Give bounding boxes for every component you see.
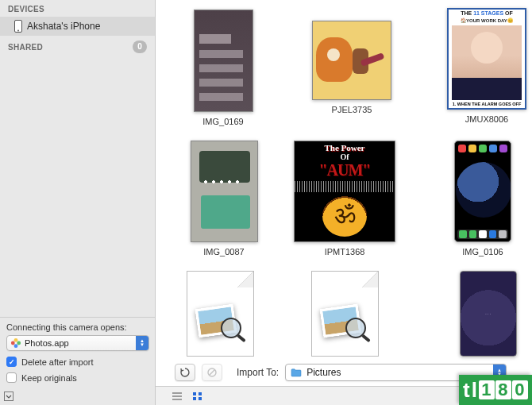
rotate-button[interactable] [175,364,195,381]
thumb-cell[interactable]: IMG_0106 [435,141,530,256]
svg-rect-15 [199,397,202,400]
thumb-cell[interactable]: · · · [444,271,532,357]
svg-point-1 [17,30,19,32]
thumb-cell[interactable]: IMG_0087 [176,141,272,256]
keep-originals-checkbox[interactable] [6,372,17,383]
svg-rect-13 [199,392,202,395]
svg-rect-12 [193,392,196,395]
delete-after-import-label: Delete after import [21,357,93,367]
thumbnail-label: IMG_0087 [203,247,244,256]
svg-point-5 [11,341,15,345]
thumbnail-label: IPMT1368 [325,247,365,256]
list-view-button[interactable] [170,390,184,403]
svg-rect-6 [5,392,13,401]
sidebar-shared-row[interactable]: SHARED 0 [0,36,155,56]
svg-point-4 [14,344,18,348]
thumbnail-placeholder[interactable] [187,271,254,357]
thumb-cell[interactable] [176,271,264,357]
rotate-ccw-icon [179,367,191,378]
keep-originals-row[interactable]: Keep originals [6,372,148,383]
thumb-cell[interactable]: The Power Of "AUM" IPMT1368 [297,141,392,256]
iphone-icon [14,20,22,33]
delete-button[interactable] [202,364,222,381]
svg-rect-14 [193,397,196,400]
svg-point-3 [17,341,21,345]
sidebar-device-item[interactable]: Akshata's iPhone [0,17,155,36]
thumbnail-label: IMG_0169 [202,117,243,126]
updown-arrows-icon: ▲▼ [136,336,148,350]
sidebar-bottom-panel: Connecting this camera opens: Photos.app… [0,317,155,405]
delete-after-import-row[interactable]: Delete after import [6,357,148,367]
sidebar: DEVICES Akshata's iPhone SHARED 0 Connec… [0,0,156,405]
svg-point-2 [14,338,18,342]
thumbnail-label: IMG_0106 [462,247,503,256]
sidebar-device-label: Akshata's iPhone [27,21,100,32]
no-entry-icon [206,367,218,378]
camera-opens-popup[interactable]: Photos.app ▲▼ [6,335,149,351]
thumbnail-image[interactable] [191,141,258,242]
thumb-cell[interactable]: IMG_0169 [178,10,268,126]
sidebar-shared-header: SHARED [8,43,43,52]
sidebar-devices-header: DEVICES [0,0,155,17]
svg-line-8 [210,370,215,376]
shared-count-badge: 0 [133,40,147,53]
camera-opens-label: Connecting this camera opens: [6,322,148,332]
thumbnail-image[interactable]: · · · [460,271,517,357]
keep-originals-label: Keep originals [21,373,77,383]
list-icon [172,392,183,401]
grid-view-button[interactable] [191,390,205,403]
thumbnail-image[interactable]: The Power Of "AUM" [294,141,395,242]
delete-after-import-checkbox[interactable] [6,357,17,367]
thumbnail-grid[interactable]: IMG_0169 PJEL3735 THE 11 STAGES OF 🏠YOUR… [156,0,532,362]
thumbnail-image[interactable] [312,21,391,100]
thumb-cell[interactable] [301,271,389,357]
import-to-label: Import To: [237,367,279,378]
disclosure-button[interactable] [3,391,14,402]
folder-icon [291,368,302,377]
sidebar-spacer [0,56,155,317]
camera-opens-value: Photos.app [25,338,136,348]
thumbnail-placeholder[interactable] [311,271,379,357]
thumb-cell[interactable]: THE 11 STAGES OF 🏠YOUR WORK DAY😊 1. WHEN… [441,8,532,126]
thumbnail-label: JMUX8006 [465,114,508,124]
grid-icon [192,392,203,401]
main-content: IMG_0169 PJEL3735 THE 11 STAGES OF 🏠YOUR… [156,0,532,405]
thumbnail-image[interactable]: THE 11 STAGES OF 🏠YOUR WORK DAY😊 1. WHEN… [447,8,526,110]
thumb-cell[interactable]: PJEL3735 [306,21,397,126]
watermark-logo: tl180 [459,375,532,405]
photos-app-icon [10,338,21,349]
thumbnail-label: PJEL3735 [332,105,372,114]
thumbnail-image[interactable] [454,141,511,242]
thumbnail-image[interactable] [194,10,253,112]
